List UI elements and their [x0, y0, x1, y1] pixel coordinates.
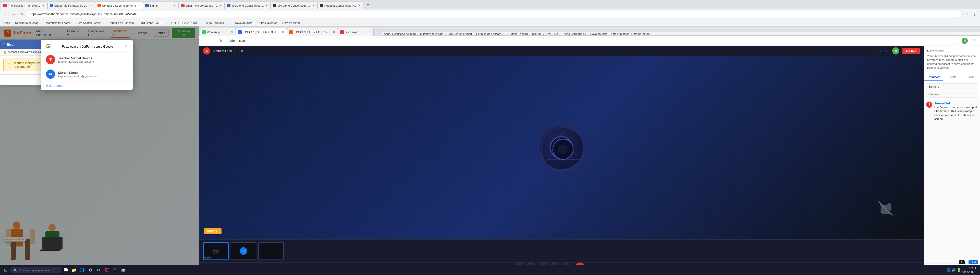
settings-button[interactable]: ⋮: [971, 11, 978, 17]
sb-bookmark-yt[interactable]: (81) Itens - YouTu...: [506, 32, 530, 35]
sb-bookmark-apps[interactable]: Apps: [384, 32, 390, 35]
taskbar-settings[interactable]: ⚙: [87, 267, 94, 274]
tab-close-8[interactable]: ✕: [358, 4, 361, 7]
tab-favicon-2: [50, 4, 53, 7]
tab-title-2: Criador de Formulários G...: [54, 4, 88, 7]
sy-thumb2-icon: ⚙: [240, 247, 247, 255]
tab-close-6[interactable]: ✕: [265, 4, 268, 7]
sy-msg-text: StreamYard Live Viewer comments show up …: [934, 101, 978, 121]
taskbar-photos[interactable]: 🖼: [103, 267, 110, 274]
sy-rp-actions: Banners Overlays: [924, 81, 980, 100]
taskbar-edge[interactable]: 🌐: [79, 267, 86, 274]
sb-new-tab-button[interactable]: +: [375, 27, 382, 35]
bookmark-dessa-label: (81) DESSA VEZ NÃ...: [171, 21, 199, 24]
tab-close-3[interactable]: ✕: [137, 4, 141, 7]
sb-bookmark-lista[interactable]: Lista de leitura: [632, 32, 650, 35]
back-button[interactable]: ←: [2, 11, 9, 17]
tab-close-4[interactable]: ✕: [173, 4, 177, 7]
sb-tab-whatsapp[interactable]: WhatsApp ✕: [200, 28, 236, 36]
sy-action-overlays[interactable]: Overlays: [926, 91, 978, 98]
bookmark-apps[interactable]: Apps: [2, 21, 11, 25]
tab-8[interactable]: Headset Gamer HyperX... ✕: [318, 2, 364, 9]
taskbar-mail[interactable]: ✉: [95, 267, 102, 274]
sb-reload-btn[interactable]: ↻: [218, 38, 224, 44]
sy-action-banners[interactable]: Banners: [926, 83, 978, 90]
tab-close-7[interactable]: ✕: [312, 4, 315, 7]
sb-tab-streamyard[interactable]: Streamyard ✕: [338, 28, 374, 36]
tab-bar: The Selection - MindMei... ✕ Criador de …: [0, 0, 980, 9]
bookmark-button[interactable]: ☆: [963, 11, 970, 17]
sy-thumb-main[interactable]: 📷 Marcel: [203, 242, 229, 260]
bookmark-materials[interactable]: Materials for Learni...: [45, 21, 74, 25]
forward-button[interactable]: →: [10, 11, 17, 17]
tab-close-2[interactable]: ✕: [89, 4, 93, 7]
tab-1[interactable]: The Selection - MindMei... ✕: [1, 2, 48, 9]
tab-close-1[interactable]: ✕: [41, 4, 45, 7]
sy-thumb-3[interactable]: +: [258, 242, 284, 260]
bookmark-diego[interactable]: Diego Carmona | T...: [203, 21, 231, 25]
sb-tab-close-inscricoes[interactable]: ✕: [281, 30, 285, 34]
bookmark-outros[interactable]: Outros favoritos: [256, 21, 279, 25]
taskbar-search-bar[interactable]: 🔍 Pesquisar qualquer coisa: [10, 267, 61, 273]
tab-favicon-4: [145, 4, 149, 7]
sb-tab-close-inscricoes2[interactable]: ✕: [332, 30, 336, 34]
bookmark-imagens[interactable]: Resultado de imag...: [14, 21, 42, 25]
gs-account-marcel[interactable]: M Marcel Santos legalmarcelrsantos@gmail…: [41, 67, 133, 82]
gs-close-button[interactable]: ✕: [124, 44, 127, 49]
bookmark-novo[interactable]: Novo anúncio: [234, 21, 254, 25]
sb-bookmark-outros[interactable]: Outros favoritos: [609, 32, 629, 35]
chat-indicator[interactable]: chat: [969, 260, 978, 264]
sy-tab-private[interactable]: Private: [943, 73, 961, 81]
sb-tab-favicon-streamyard: [340, 30, 344, 34]
sy-go-live-button[interactable]: Go live: [902, 47, 920, 54]
fb-popup-title: Erro: [6, 43, 14, 46]
sb-tab-inscricoes[interactable]: 8 INSCRIÇÕES FASE 3 - Formulá... ✕: [236, 28, 287, 36]
bookmark-siteSearch[interactable]: Site Search | Ameri...: [76, 21, 105, 25]
tab-6[interactable]: Microfone Gamer Hyper... ✕: [224, 2, 270, 9]
taskbar-phone[interactable]: 📱: [111, 267, 118, 274]
tab-7[interactable]: Microfone Condensador ... ✕: [270, 2, 318, 9]
sy-logo-icon: S: [203, 47, 210, 54]
sb-bookmark-site[interactable]: Site Search | Ameri...: [448, 32, 474, 35]
tab-close-5[interactable]: ✕: [219, 4, 222, 7]
sb-tab-favicon-inscricoes: [238, 30, 242, 34]
taskbar-apps[interactable]: ▦: [119, 267, 127, 274]
gs-more-accounts[interactable]: Mais 1 conta: [41, 82, 133, 90]
address-input[interactable]: [27, 11, 962, 18]
tab-2[interactable]: Criador de Formulários G... ✕: [48, 2, 95, 9]
sb-tab-close-whatsapp[interactable]: ✕: [230, 30, 234, 34]
sb-bookmark-novo[interactable]: Novo anúncio: [590, 32, 608, 35]
sb-tab-inscricoes2[interactable]: 8 INSCRIÇÕES - FASE 1 - Formul... ✕: [287, 28, 338, 36]
tab-3[interactable]: Contato e Suporte JotForm ✕: [95, 2, 143, 9]
taskbar-time-value: 11:34: [962, 266, 976, 270]
sy-thumb-2[interactable]: ⚙: [231, 242, 256, 260]
taskbar-battery-icon: 🔋: [957, 268, 961, 272]
taskbar-date-value: 13/05/2021: [962, 270, 976, 274]
new-tab-button[interactable]: +: [364, 1, 372, 8]
bookmark-ytItems[interactable]: (81) Itens - YouTu...: [140, 21, 167, 25]
bookmark-lista[interactable]: Lista de leitura: [281, 21, 302, 25]
start-button[interactable]: ⊞: [2, 267, 9, 274]
sb-settings-btn[interactable]: ⋮: [971, 38, 978, 44]
sb-bookmark-img[interactable]: Resultado de imag...: [392, 32, 418, 35]
taskbar-explorer[interactable]: 📁: [70, 267, 78, 274]
sb-back-btn[interactable]: ←: [201, 38, 208, 44]
sb-bookmark-materials[interactable]: Materials for Learn...: [420, 32, 446, 35]
sb-address-input[interactable]: [226, 37, 958, 44]
tab-4[interactable]: Sign In ✕: [143, 2, 179, 9]
sb-forward-btn[interactable]: →: [209, 38, 216, 44]
sy-header: S StreamYard 13,05 ✎ Edit M Go live: [199, 46, 924, 56]
gs-account-teacher[interactable]: T Teacher Marcel Santos teachermarcelrc@…: [41, 52, 133, 67]
bookmark-formula[interactable]: Fórmula de Lançam...: [107, 21, 138, 25]
sb-bookmark-dessa[interactable]: (81) DESSA VEZ NÃ...: [532, 32, 560, 35]
taskbar-cortana[interactable]: 💬: [62, 267, 69, 274]
reload-button[interactable]: ↻: [18, 11, 25, 17]
sy-edit-button[interactable]: ✎ Edit: [877, 48, 889, 54]
sb-tab-close-streamyard[interactable]: ✕: [368, 30, 371, 34]
sb-bookmark-diego[interactable]: Diego Carmona | T...: [563, 32, 588, 35]
sy-tab-broadcast[interactable]: Broadcast: [924, 73, 943, 81]
bookmark-dessa[interactable]: (81) DESSA VEZ NÃ...: [169, 21, 201, 25]
tab-5[interactable]: Email - Marcel Santos - ... ✕: [179, 2, 225, 9]
sb-bookmark-formula[interactable]: Fórmula de Lançam...: [476, 32, 504, 35]
sy-tab-chat[interactable]: Chat: [961, 73, 980, 81]
